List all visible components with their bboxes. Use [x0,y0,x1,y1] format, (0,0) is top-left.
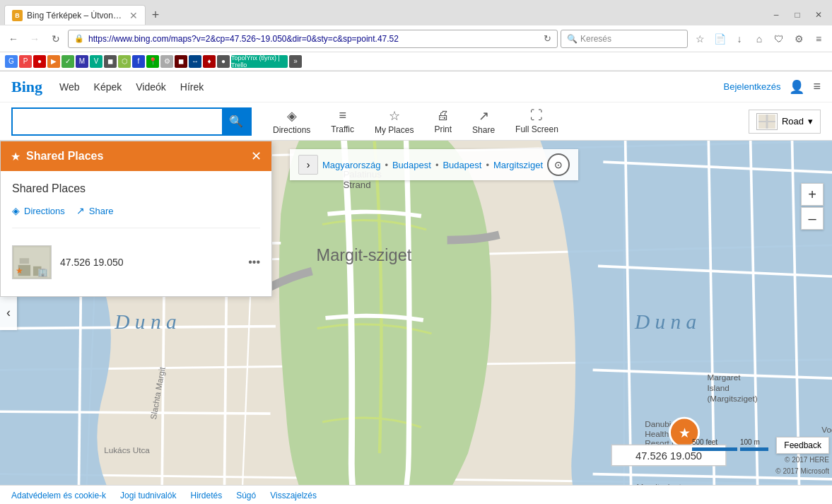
road-selector[interactable]: Road ▾ [749,110,821,134]
search-icon: 🔍 [567,34,578,44]
ext-11[interactable]: ⚙ [160,55,173,68]
road-dropdown-icon[interactable]: ▾ [808,116,813,127]
home-icon[interactable]: ⌂ [750,30,768,48]
ext-14[interactable]: ♦ [203,55,216,68]
ext-13[interactable]: ↔ [189,55,201,68]
back-button[interactable]: ← [4,30,23,48]
ext-12[interactable]: ◼ [175,55,187,68]
browser-search-bar[interactable]: 🔍 Keresés [561,30,688,48]
new-tab-button[interactable]: + [146,5,165,25]
place-more-button[interactable]: ••• [248,256,260,269]
ext-google[interactable]: G [5,55,18,68]
scale-m-label: 100 m [740,438,768,451]
tab-title: Bing Térképek – Útvonalak, [27,11,125,20]
menu-icon[interactable]: ≡ [809,30,828,48]
svg-text:Lukács Utca: Lukács Utca [104,445,150,455]
forward-button[interactable]: → [25,30,44,48]
nav-videos[interactable]: Videók [136,81,166,93]
panel-share-label: Share [89,206,114,216]
traffic-button[interactable]: ≡ Traffic [321,104,365,139]
map-search-input[interactable] [13,109,222,134]
ext-3[interactable]: ▶ [47,55,60,68]
breadcrumb-country[interactable]: Magyarország [322,160,380,170]
fullscreen-button[interactable]: ⛶ Full Screen [505,104,569,139]
directions-label: Directions [273,125,310,135]
refresh-button[interactable]: ↻ [47,30,65,48]
minimize-button[interactable]: – [767,6,785,24]
active-tab[interactable]: B Bing Térképek – Útvonalak, ✕ [4,5,146,25]
ext-9[interactable]: f [132,55,145,68]
feedback-button[interactable]: Feedback [776,437,829,454]
breadcrumb-back-button[interactable]: › [298,155,318,175]
footer-help[interactable]: Súgó [236,491,256,500]
footer-ads[interactable]: Hirdetés [190,491,222,500]
panel-directions-label: Directions [24,206,65,216]
place-star-icon: ★ [16,266,23,276]
nav-images[interactable]: Képek [94,81,122,93]
svg-text:Margit-sziget: Margit-sziget [317,246,412,264]
ext-more[interactable]: » [289,55,302,68]
ext-4[interactable]: ✓ [61,55,74,68]
ms-copyright: © 2017 Microsoft [775,467,829,475]
extensions-bar: G P ● ▶ ✓ M V ◼ ⬡ f 📍 ⚙ ◼ ↔ ♦ ● TopolYnx… [0,52,832,71]
ext-5[interactable]: M [76,55,88,68]
place-building-icon: 🏢 [37,267,48,277]
scale-ft-bar [692,447,737,451]
panel-close-button[interactable]: ✕ [251,148,262,164]
tab-close-button[interactable]: ✕ [129,11,138,20]
ext-7[interactable]: ◼ [104,55,117,68]
ext-15[interactable]: ● [217,55,230,68]
ext-1[interactable]: P [19,55,32,68]
bing-menu-button[interactable]: ≡ [813,79,821,94]
extensions-icon[interactable]: ⚙ [790,30,808,48]
myplaces-button[interactable]: ☆ My Places [365,104,424,139]
reading-icon[interactable]: 📄 [710,30,729,48]
share-button[interactable]: ↗ Share [462,104,505,139]
location-button[interactable]: ⊙ [547,153,570,176]
panel-body: Shared Places ◈ Directions ↗ Share [1,171,271,296]
share-icon: ↗ [479,108,489,124]
svg-rect-56 [20,258,30,264]
breadcrumb-region[interactable]: Budapest [392,160,431,170]
footer-privacy[interactable]: Adatvédelem és cookie-k [11,491,106,500]
nav-news[interactable]: Hírek [180,81,204,93]
star-icon[interactable]: ☆ [691,30,709,48]
download-icon[interactable]: ↓ [730,30,749,48]
footer-legal[interactable]: Jogi tudnivalók [120,491,176,500]
road-map-icon [756,113,778,130]
panel-header: ★ Shared Places ✕ [1,141,271,171]
print-icon: 🖨 [437,108,450,123]
toolbar-actions: ◈ Directions ≡ Traffic ☆ My Places 🖨 Pri… [263,104,569,139]
nav-web[interactable]: Web [59,81,80,93]
bing-header-right: Bejelentkezés 👤 ≡ [724,79,821,95]
map-search-button[interactable]: 🔍 [222,109,250,134]
breadcrumb-city[interactable]: Budapest [443,160,481,170]
tab-favicon: B [12,10,23,21]
breadcrumb-sep-3: • [486,160,489,170]
shield-icon[interactable]: 🛡 [770,30,788,48]
traffic-label: Traffic [331,124,354,134]
ext-8[interactable]: ⬡ [118,55,131,68]
road-label: Road [782,116,804,127]
ext-6[interactable]: V [90,55,102,68]
signin-button[interactable]: Bejelentkezés [724,81,781,92]
footer-feedback[interactable]: Visszajelzés [270,491,317,500]
directions-button[interactable]: ◈ Directions [263,104,321,139]
scale-ft-text: 500 feet [692,438,717,446]
bing-logo[interactable]: Bing [11,78,42,96]
user-icon[interactable]: 👤 [789,79,804,95]
shared-places-panel: ★ Shared Places ✕ Shared Places ◈ Direct… [0,141,272,297]
map-left-arrow-button[interactable]: ‹ [0,296,17,330]
panel-share-button[interactable]: ↗ Share [76,205,114,216]
breadcrumb-district[interactable]: Margitsziget [493,160,543,170]
close-button[interactable]: ✕ [809,6,828,24]
zoom-in-button[interactable]: + [801,183,824,206]
ext-topolynx[interactable]: TopolYnx (tlynx) | Trello [231,55,288,68]
zoom-out-button[interactable]: – [801,207,824,230]
ext-2[interactable]: ● [33,55,46,68]
address-bar[interactable]: 🔒 https://www.bing.com/maps?v=2&cp=47.52… [68,30,558,48]
maximize-button[interactable]: □ [788,6,807,24]
ext-10[interactable]: 📍 [146,55,159,68]
print-button[interactable]: 🖨 Print [424,104,462,139]
panel-directions-button[interactable]: ◈ Directions [12,205,65,216]
